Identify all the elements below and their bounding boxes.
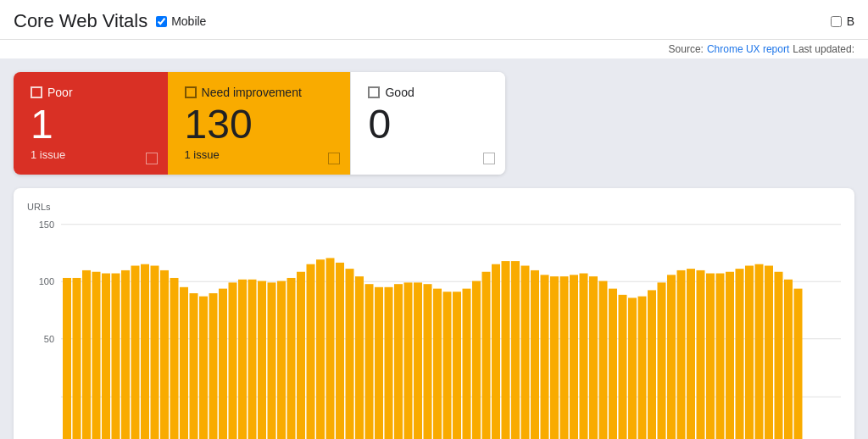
poor-label: Poor [47,86,73,99]
svg-rect-58 [541,275,549,439]
svg-rect-74 [697,270,705,439]
b-checkbox[interactable] [831,16,842,27]
source-label: Source: [669,43,704,55]
svg-rect-18 [151,266,159,439]
svg-rect-19 [160,270,169,439]
svg-rect-25 [219,289,227,439]
svg-rect-52 [482,272,491,439]
svg-rect-63 [589,276,598,439]
svg-rect-56 [521,266,530,439]
svg-rect-69 [648,290,656,439]
card-poor[interactable]: Poor 1 1 issue [14,72,168,175]
svg-rect-24 [209,293,218,439]
svg-rect-10 [73,278,81,439]
svg-rect-22 [190,293,198,439]
svg-rect-37 [336,263,344,439]
svg-rect-17 [141,264,149,439]
svg-rect-41 [375,287,383,439]
svg-rect-65 [609,289,617,439]
svg-rect-39 [355,276,364,439]
svg-rect-75 [706,274,715,439]
header: Core Web Vitals Mobile B [0,0,868,40]
svg-rect-53 [492,264,500,439]
svg-rect-67 [628,297,637,439]
svg-rect-73 [687,269,695,439]
svg-rect-40 [365,284,374,439]
svg-rect-70 [658,282,666,439]
svg-text:100: 100 [39,276,54,286]
svg-text:150: 150 [39,220,54,230]
svg-rect-23 [199,297,208,439]
svg-rect-43 [394,284,403,439]
main-content: Poor 1 1 issue Need improvement 130 1 is… [0,58,868,439]
svg-rect-47 [433,289,442,439]
svg-rect-35 [316,259,325,439]
svg-rect-42 [385,287,393,439]
good-number: 0 [368,104,485,145]
svg-rect-57 [531,270,539,439]
svg-rect-20 [170,278,179,439]
need-issue: 1 issue [185,148,331,161]
svg-rect-72 [677,270,686,439]
need-label: Need improvement [202,86,302,99]
svg-rect-12 [92,272,101,439]
svg-rect-36 [326,258,335,439]
svg-rect-64 [599,281,608,439]
svg-rect-27 [238,280,247,439]
status-cards: Poor 1 1 issue Need improvement 130 1 is… [14,72,505,175]
chart-y-label: URLs [27,202,841,212]
card-need[interactable]: Need improvement 130 1 issue [168,72,351,175]
poor-corner-icon [146,153,158,164]
svg-rect-54 [502,261,510,439]
svg-rect-29 [258,281,266,439]
need-checkbox-icon [185,86,197,98]
svg-rect-49 [453,292,461,439]
svg-rect-83 [784,280,793,439]
poor-checkbox-icon [31,86,42,98]
svg-rect-9 [63,278,71,439]
page-title: Core Web Vitals [14,10,147,32]
svg-rect-21 [180,287,188,439]
svg-rect-26 [229,282,237,439]
svg-rect-51 [472,281,481,439]
svg-rect-50 [463,289,471,439]
svg-rect-59 [550,276,559,439]
card-good[interactable]: Good 0 [350,72,505,175]
svg-rect-16 [131,266,140,439]
svg-rect-68 [638,297,647,439]
svg-rect-62 [580,274,588,439]
svg-rect-31 [277,281,286,439]
good-corner-icon [483,153,495,164]
svg-rect-46 [424,284,432,439]
good-label: Good [385,86,414,99]
svg-rect-45 [414,282,422,439]
svg-rect-44 [404,282,413,439]
svg-rect-30 [268,282,276,439]
b-label: B [847,14,854,28]
svg-rect-77 [726,272,734,439]
svg-rect-11 [82,270,91,439]
svg-rect-61 [570,275,578,439]
svg-rect-38 [346,269,354,439]
chrome-ux-link[interactable]: Chrome UX report [707,43,789,55]
svg-rect-71 [667,275,676,439]
source-info: Source: Chrome UX report Last updated: [0,40,868,58]
svg-rect-66 [619,295,627,439]
mobile-checkbox[interactable] [156,16,167,27]
mobile-checkbox-group[interactable]: Mobile [156,14,206,28]
header-left: Core Web Vitals Mobile [14,10,206,32]
svg-rect-81 [765,266,773,439]
svg-rect-84 [794,289,803,439]
svg-rect-60 [560,276,569,439]
svg-rect-28 [248,280,257,439]
chart-container: URLs 150 100 50 0 // We'll generate [14,188,854,439]
bars-group [63,258,822,439]
svg-rect-80 [755,264,764,439]
svg-rect-33 [297,272,305,439]
chart-area: 150 100 50 0 // We'll generate bars via … [27,215,841,439]
poor-number: 1 [31,104,147,145]
svg-rect-76 [716,274,725,439]
svg-rect-13 [102,274,110,439]
need-number: 130 [185,104,331,145]
svg-rect-78 [736,269,744,439]
